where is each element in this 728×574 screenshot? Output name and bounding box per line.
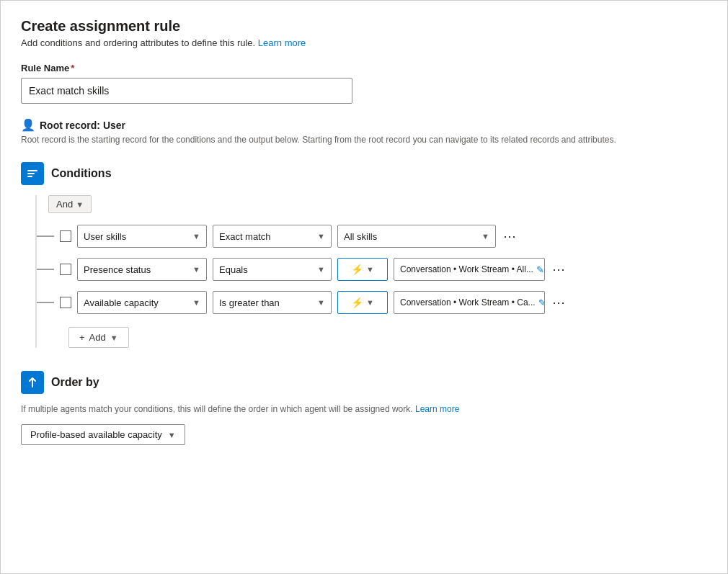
condition-row: Presence status ▼ Equals ▼ ⚡ ▼ Conversat… xyxy=(37,258,707,281)
edit-icon[interactable]: ✎ xyxy=(536,264,544,275)
value-text-1: All skills xyxy=(344,231,377,242)
chevron-down-icon: ▼ xyxy=(366,298,374,307)
subtitle-text: Add conditions and ordering attributes t… xyxy=(21,37,255,48)
dynamic-value-2: Conversation • Work Stream • All... xyxy=(400,264,533,274)
conditions-icon xyxy=(26,167,39,180)
add-label: Add xyxy=(89,332,106,343)
chevron-down-icon: ▼ xyxy=(110,333,118,342)
operator-select-2[interactable]: Equals ▼ xyxy=(213,258,332,281)
chevron-down-icon: ▼ xyxy=(192,298,200,307)
and-label: And xyxy=(56,199,73,210)
value-select-1[interactable]: All skills ▼ xyxy=(337,225,496,248)
operator-select-3[interactable]: Is greater than ▼ xyxy=(213,291,332,314)
condition-checkbox-1[interactable] xyxy=(60,230,71,242)
chevron-down-icon: ▼ xyxy=(317,298,325,307)
order-by-section: Order by If multiple agents match your c… xyxy=(21,371,707,445)
rule-name-input[interactable] xyxy=(21,78,352,104)
more-options-1[interactable]: ⋯ xyxy=(502,228,518,244)
operator-select-1[interactable]: Exact match ▼ xyxy=(213,225,332,248)
lightning-select-2[interactable]: ⚡ ▼ xyxy=(337,258,388,281)
field-value-1: User skills xyxy=(84,231,126,242)
root-record-description: Root record is the starting record for t… xyxy=(21,135,684,145)
lightning-select-3[interactable]: ⚡ ▼ xyxy=(337,291,388,314)
chevron-down-icon: ▼ xyxy=(192,232,200,241)
root-record-title: 👤 Root record: User xyxy=(21,118,707,132)
svg-rect-2 xyxy=(27,176,32,177)
operator-value-3: Is greater than xyxy=(219,297,280,308)
value-dynamic-select-2[interactable]: Conversation • Work Stream • All... ✎ xyxy=(394,258,545,281)
dynamic-value-3: Conversation • Work Stream • Ca... xyxy=(400,297,536,308)
edit-icon[interactable]: ✎ xyxy=(538,297,545,308)
conditions-section-header: Conditions xyxy=(21,162,707,185)
plus-icon: + xyxy=(79,332,85,343)
field-select-2[interactable]: Presence status ▼ xyxy=(77,258,207,281)
chevron-down-icon: ▼ xyxy=(76,200,84,209)
add-condition-button[interactable]: + Add ▼ xyxy=(68,327,129,348)
condition-checkbox-2[interactable] xyxy=(60,264,71,275)
condition-row: Available capacity ▼ Is greater than ▼ ⚡… xyxy=(37,291,707,314)
field-value-2: Presence status xyxy=(84,264,151,275)
chevron-down-icon: ▼ xyxy=(168,431,176,439)
condition-row: User skills ▼ Exact match ▼ All skills ▼… xyxy=(37,225,707,248)
condition-checkbox-3[interactable] xyxy=(60,297,71,308)
lightning-icon: ⚡ xyxy=(351,297,363,308)
chevron-down-icon: ▼ xyxy=(481,232,489,241)
svg-rect-1 xyxy=(27,173,35,174)
rule-name-label: Rule Name* xyxy=(21,63,707,73)
chevron-down-icon: ▼ xyxy=(366,265,374,274)
root-record-label: Root record: User xyxy=(40,120,125,131)
order-by-learn-more-link[interactable]: Learn more xyxy=(415,404,459,414)
conditions-body: And ▼ User skills ▼ Exact match ▼ All sk… xyxy=(35,195,707,348)
more-options-2[interactable]: ⋯ xyxy=(551,261,567,277)
conditions-icon-box xyxy=(21,162,44,185)
order-by-description: If multiple agents match your conditions… xyxy=(21,404,707,414)
required-indicator: * xyxy=(71,63,74,73)
order-by-header: Order by xyxy=(21,371,707,394)
and-dropdown[interactable]: And ▼ xyxy=(48,195,92,213)
conditions-title: Conditions xyxy=(51,167,112,180)
chevron-down-icon: ▼ xyxy=(192,265,200,274)
learn-more-link[interactable]: Learn more xyxy=(258,37,306,48)
operator-value-1: Exact match xyxy=(219,231,271,242)
order-by-title: Order by xyxy=(51,376,99,389)
page-title: Create assignment rule xyxy=(21,18,707,35)
order-by-icon-box xyxy=(21,371,44,394)
order-by-desc-text: If multiple agents match your conditions… xyxy=(21,404,413,414)
page-subtitle: Add conditions and ordering attributes t… xyxy=(21,37,707,48)
order-by-select[interactable]: Profile-based available capacity ▼ xyxy=(21,424,185,445)
chevron-down-icon: ▼ xyxy=(317,265,325,274)
user-icon: 👤 xyxy=(21,118,35,132)
more-options-3[interactable]: ⋯ xyxy=(551,295,567,310)
field-value-3: Available capacity xyxy=(84,297,159,308)
operator-value-2: Equals xyxy=(219,264,248,275)
value-dynamic-select-3[interactable]: Conversation • Work Stream • Ca... ✎ xyxy=(394,291,545,314)
chevron-down-icon: ▼ xyxy=(317,232,325,241)
svg-rect-0 xyxy=(27,170,37,171)
lightning-icon: ⚡ xyxy=(351,264,363,275)
field-select-3[interactable]: Available capacity ▼ xyxy=(77,291,207,314)
order-by-icon xyxy=(26,376,39,389)
field-select-1[interactable]: User skills ▼ xyxy=(77,225,207,248)
order-by-value: Profile-based available capacity xyxy=(30,429,162,440)
